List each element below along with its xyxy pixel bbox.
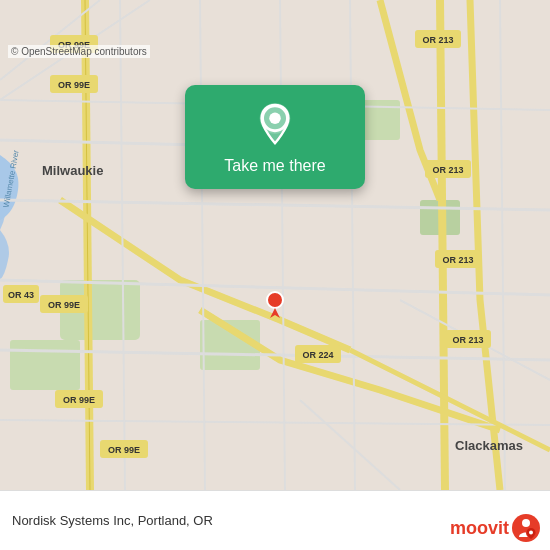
moovit-logo[interactable]: moovit (450, 514, 540, 542)
bottom-bar: Nordisk Systems Inc, Portland, OR moovit (0, 490, 550, 550)
svg-text:OR 213: OR 213 (452, 335, 483, 345)
take-me-there-popup[interactable]: Take me there (185, 85, 365, 189)
svg-text:OR 224: OR 224 (302, 350, 333, 360)
location-label: Nordisk Systems Inc, Portland, OR (12, 513, 213, 528)
take-me-there-label: Take me there (224, 157, 325, 175)
svg-point-36 (522, 519, 530, 527)
svg-text:OR 213: OR 213 (432, 165, 463, 175)
svg-text:OR 213: OR 213 (422, 35, 453, 45)
moovit-icon (512, 514, 540, 542)
svg-text:Clackamas: Clackamas (455, 438, 523, 453)
moovit-text: moovit (450, 518, 509, 539)
svg-point-35 (269, 113, 281, 125)
map: OR 99E OR 99E OR 99E OR 99E OR 99E OR 21… (0, 0, 550, 490)
pin-icon (255, 101, 295, 149)
svg-text:OR 99E: OR 99E (58, 80, 90, 90)
svg-text:OR 99E: OR 99E (63, 395, 95, 405)
svg-text:OR 99E: OR 99E (108, 445, 140, 455)
svg-text:OR 213: OR 213 (442, 255, 473, 265)
svg-text:Milwaukie: Milwaukie (42, 163, 103, 178)
svg-point-38 (529, 531, 533, 535)
svg-point-31 (267, 292, 283, 308)
attribution: © OpenStreetMap contributors (8, 45, 150, 58)
svg-text:OR 99E: OR 99E (48, 300, 80, 310)
svg-rect-5 (10, 340, 80, 390)
svg-text:OR 43: OR 43 (8, 290, 34, 300)
